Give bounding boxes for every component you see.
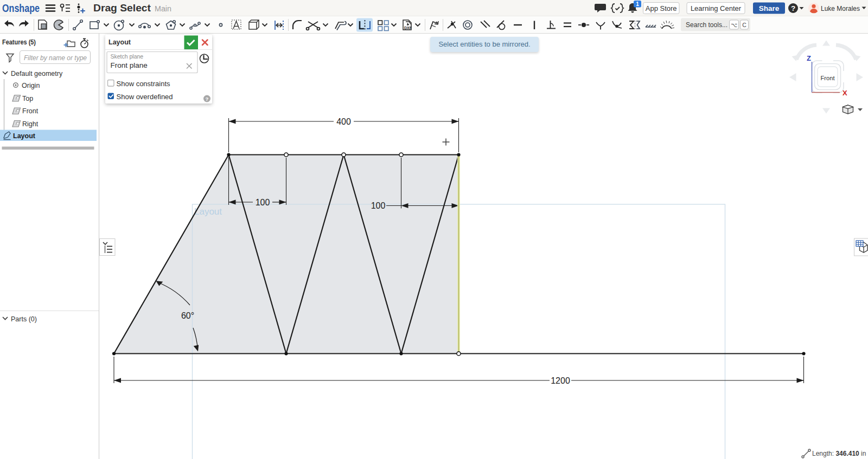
svg-text:App Store: App Store xyxy=(646,4,677,12)
svg-text:?: ? xyxy=(206,96,209,102)
svg-text:Z: Z xyxy=(807,54,811,62)
svg-text:400: 400 xyxy=(336,117,351,126)
svg-text:X: X xyxy=(843,89,847,97)
svg-text:Learning Center: Learning Center xyxy=(691,4,742,12)
svg-text:Top: Top xyxy=(22,95,33,102)
svg-text:Share: Share xyxy=(759,4,780,12)
svg-text:Right: Right xyxy=(22,120,39,128)
svg-text:Drag Select: Drag Select xyxy=(93,3,151,14)
svg-text:Luke Morales: Luke Morales xyxy=(821,4,860,12)
svg-text:?: ? xyxy=(791,4,795,12)
svg-text:Front: Front xyxy=(821,75,835,81)
svg-text:Layout: Layout xyxy=(108,38,131,46)
svg-text:Onshape: Onshape xyxy=(2,2,40,14)
svg-text:DXF: DXF xyxy=(404,26,412,30)
svg-text:C: C xyxy=(742,22,746,28)
svg-text:Filter by name or type: Filter by name or type xyxy=(24,54,87,62)
svg-text:Search tools...: Search tools... xyxy=(686,21,727,29)
svg-text:Show overdefined: Show overdefined xyxy=(117,93,173,101)
svg-text:Show constraints: Show constraints xyxy=(117,80,170,88)
svg-text:Front plane: Front plane xyxy=(111,61,148,69)
svg-text:Origin: Origin xyxy=(22,82,40,89)
svg-text:Sketch plane: Sketch plane xyxy=(111,53,144,60)
svg-text:100: 100 xyxy=(371,201,386,210)
svg-text:⌥: ⌥ xyxy=(731,22,737,28)
svg-text:1: 1 xyxy=(636,1,639,7)
svg-text:1200: 1200 xyxy=(551,376,570,385)
svg-text:Features (5): Features (5) xyxy=(2,38,36,46)
svg-text:60°: 60° xyxy=(181,311,194,320)
svg-text:Default geometry: Default geometry xyxy=(11,70,63,77)
svg-text:Main: Main xyxy=(155,4,171,13)
svg-text:Front: Front xyxy=(22,107,39,115)
svg-text:Layout: Layout xyxy=(13,132,36,140)
svg-text:100: 100 xyxy=(256,198,270,207)
svg-text:Parts (0): Parts (0) xyxy=(11,315,37,323)
